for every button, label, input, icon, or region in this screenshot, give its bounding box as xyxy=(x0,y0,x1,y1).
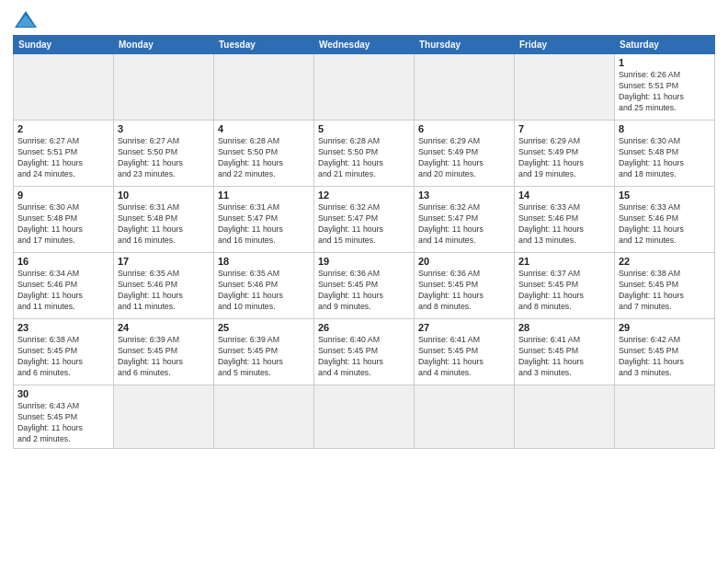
header xyxy=(13,9,715,29)
calendar-cell: 17Sunrise: 6:35 AM Sunset: 5:46 PM Dayli… xyxy=(114,253,214,319)
day-number: 22 xyxy=(619,256,711,267)
week-row-2: 2Sunrise: 6:27 AM Sunset: 5:51 PM Daylig… xyxy=(14,121,715,187)
calendar-cell: 25Sunrise: 6:39 AM Sunset: 5:45 PM Dayli… xyxy=(214,319,314,385)
calendar-cell: 28Sunrise: 6:41 AM Sunset: 5:45 PM Dayli… xyxy=(515,319,615,385)
calendar-cell: 14Sunrise: 6:33 AM Sunset: 5:46 PM Dayli… xyxy=(515,187,615,253)
day-number: 13 xyxy=(418,190,510,201)
day-number: 25 xyxy=(218,322,310,333)
day-number: 19 xyxy=(318,256,410,267)
page: SundayMondayTuesdayWednesdayThursdayFrid… xyxy=(0,0,728,563)
day-number: 5 xyxy=(318,123,410,134)
day-number: 14 xyxy=(518,190,610,201)
calendar-cell xyxy=(515,54,615,121)
calendar-cell: 29Sunrise: 6:42 AM Sunset: 5:45 PM Dayli… xyxy=(615,319,715,385)
day-info: Sunrise: 6:32 AM Sunset: 5:47 PM Dayligh… xyxy=(318,202,410,247)
day-info: Sunrise: 6:38 AM Sunset: 5:45 PM Dayligh… xyxy=(619,269,711,313)
weekday-header-sunday: Sunday xyxy=(14,36,114,54)
weekday-header-monday: Monday xyxy=(114,36,214,54)
day-number: 8 xyxy=(619,123,711,134)
day-info: Sunrise: 6:29 AM Sunset: 5:49 PM Dayligh… xyxy=(418,136,510,180)
day-info: Sunrise: 6:27 AM Sunset: 5:50 PM Dayligh… xyxy=(118,136,210,180)
day-number: 29 xyxy=(619,322,711,333)
calendar-cell: 8Sunrise: 6:30 AM Sunset: 5:48 PM Daylig… xyxy=(615,121,715,187)
calendar-cell: 12Sunrise: 6:32 AM Sunset: 5:47 PM Dayli… xyxy=(314,187,415,253)
calendar-cell xyxy=(114,54,214,121)
calendar-cell: 24Sunrise: 6:39 AM Sunset: 5:45 PM Dayli… xyxy=(114,319,214,385)
calendar-body: 1Sunrise: 6:26 AM Sunset: 5:51 PM Daylig… xyxy=(14,54,715,449)
calendar-cell xyxy=(515,385,615,449)
calendar-cell: 1Sunrise: 6:26 AM Sunset: 5:51 PM Daylig… xyxy=(615,54,715,121)
weekday-header-tuesday: Tuesday xyxy=(214,36,314,54)
calendar-cell: 13Sunrise: 6:32 AM Sunset: 5:47 PM Dayli… xyxy=(415,187,515,253)
day-number: 3 xyxy=(118,123,210,134)
calendar-cell: 3Sunrise: 6:27 AM Sunset: 5:50 PM Daylig… xyxy=(114,121,214,187)
day-info: Sunrise: 6:28 AM Sunset: 5:50 PM Dayligh… xyxy=(318,136,410,180)
calendar-cell: 30Sunrise: 6:43 AM Sunset: 5:45 PM Dayli… xyxy=(14,385,114,449)
day-info: Sunrise: 6:38 AM Sunset: 5:45 PM Dayligh… xyxy=(17,335,109,379)
day-info: Sunrise: 6:34 AM Sunset: 5:46 PM Dayligh… xyxy=(17,269,109,313)
generalblue-logo-icon xyxy=(13,9,39,29)
calendar-cell xyxy=(114,385,214,449)
calendar-cell: 22Sunrise: 6:38 AM Sunset: 5:45 PM Dayli… xyxy=(615,253,715,319)
day-number: 20 xyxy=(418,256,510,267)
calendar-cell: 23Sunrise: 6:38 AM Sunset: 5:45 PM Dayli… xyxy=(14,319,114,385)
week-row-4: 16Sunrise: 6:34 AM Sunset: 5:46 PM Dayli… xyxy=(14,253,715,319)
week-row-6: 30Sunrise: 6:43 AM Sunset: 5:45 PM Dayli… xyxy=(14,385,715,449)
day-info: Sunrise: 6:36 AM Sunset: 5:45 PM Dayligh… xyxy=(418,269,510,313)
calendar-cell: 21Sunrise: 6:37 AM Sunset: 5:45 PM Dayli… xyxy=(515,253,615,319)
weekday-header-saturday: Saturday xyxy=(615,36,715,54)
day-number: 26 xyxy=(318,322,410,333)
calendar-cell xyxy=(415,54,515,121)
day-info: Sunrise: 6:33 AM Sunset: 5:46 PM Dayligh… xyxy=(619,202,711,247)
weekday-header-thursday: Thursday xyxy=(415,36,515,54)
day-number: 24 xyxy=(118,322,210,333)
day-number: 6 xyxy=(418,123,510,134)
weekday-header-wednesday: Wednesday xyxy=(314,36,415,54)
day-number: 7 xyxy=(518,123,610,134)
day-info: Sunrise: 6:29 AM Sunset: 5:49 PM Dayligh… xyxy=(518,136,610,180)
day-info: Sunrise: 6:26 AM Sunset: 5:51 PM Dayligh… xyxy=(619,70,711,114)
day-number: 11 xyxy=(218,190,310,201)
calendar-cell: 9Sunrise: 6:30 AM Sunset: 5:48 PM Daylig… xyxy=(14,187,114,253)
calendar-cell xyxy=(314,54,415,121)
day-info: Sunrise: 6:39 AM Sunset: 5:45 PM Dayligh… xyxy=(218,335,310,379)
calendar-cell: 5Sunrise: 6:28 AM Sunset: 5:50 PM Daylig… xyxy=(314,121,415,187)
calendar-cell xyxy=(615,385,715,449)
day-info: Sunrise: 6:42 AM Sunset: 5:45 PM Dayligh… xyxy=(619,335,711,379)
calendar-cell xyxy=(314,385,415,449)
day-number: 27 xyxy=(418,322,510,333)
day-number: 1 xyxy=(619,57,711,68)
day-info: Sunrise: 6:41 AM Sunset: 5:45 PM Dayligh… xyxy=(418,335,510,379)
day-info: Sunrise: 6:35 AM Sunset: 5:46 PM Dayligh… xyxy=(218,269,310,313)
calendar-cell: 2Sunrise: 6:27 AM Sunset: 5:51 PM Daylig… xyxy=(14,121,114,187)
day-info: Sunrise: 6:31 AM Sunset: 5:48 PM Dayligh… xyxy=(118,202,210,247)
logo-area xyxy=(13,9,42,29)
day-info: Sunrise: 6:28 AM Sunset: 5:50 PM Dayligh… xyxy=(218,136,310,180)
day-info: Sunrise: 6:36 AM Sunset: 5:45 PM Dayligh… xyxy=(318,269,410,313)
day-number: 10 xyxy=(118,190,210,201)
day-info: Sunrise: 6:31 AM Sunset: 5:47 PM Dayligh… xyxy=(218,202,310,247)
week-row-3: 9Sunrise: 6:30 AM Sunset: 5:48 PM Daylig… xyxy=(14,187,715,253)
week-row-5: 23Sunrise: 6:38 AM Sunset: 5:45 PM Dayli… xyxy=(14,319,715,385)
calendar-cell: 16Sunrise: 6:34 AM Sunset: 5:46 PM Dayli… xyxy=(14,253,114,319)
calendar-cell: 20Sunrise: 6:36 AM Sunset: 5:45 PM Dayli… xyxy=(415,253,515,319)
week-row-1: 1Sunrise: 6:26 AM Sunset: 5:51 PM Daylig… xyxy=(14,54,715,121)
day-info: Sunrise: 6:41 AM Sunset: 5:45 PM Dayligh… xyxy=(518,335,610,379)
calendar-cell: 19Sunrise: 6:36 AM Sunset: 5:45 PM Dayli… xyxy=(314,253,415,319)
day-number: 16 xyxy=(17,256,109,267)
day-number: 30 xyxy=(17,388,109,399)
day-info: Sunrise: 6:37 AM Sunset: 5:45 PM Dayligh… xyxy=(518,269,610,313)
calendar: SundayMondayTuesdayWednesdayThursdayFrid… xyxy=(13,35,715,449)
day-number: 9 xyxy=(17,190,109,201)
day-info: Sunrise: 6:40 AM Sunset: 5:45 PM Dayligh… xyxy=(318,335,410,379)
day-info: Sunrise: 6:30 AM Sunset: 5:48 PM Dayligh… xyxy=(619,136,711,180)
calendar-cell: 7Sunrise: 6:29 AM Sunset: 5:49 PM Daylig… xyxy=(515,121,615,187)
calendar-cell: 27Sunrise: 6:41 AM Sunset: 5:45 PM Dayli… xyxy=(415,319,515,385)
day-number: 17 xyxy=(118,256,210,267)
calendar-cell xyxy=(415,385,515,449)
calendar-cell xyxy=(214,54,314,121)
day-number: 18 xyxy=(218,256,310,267)
day-info: Sunrise: 6:30 AM Sunset: 5:48 PM Dayligh… xyxy=(17,202,109,247)
day-info: Sunrise: 6:43 AM Sunset: 5:45 PM Dayligh… xyxy=(17,401,109,445)
day-number: 28 xyxy=(518,322,610,333)
